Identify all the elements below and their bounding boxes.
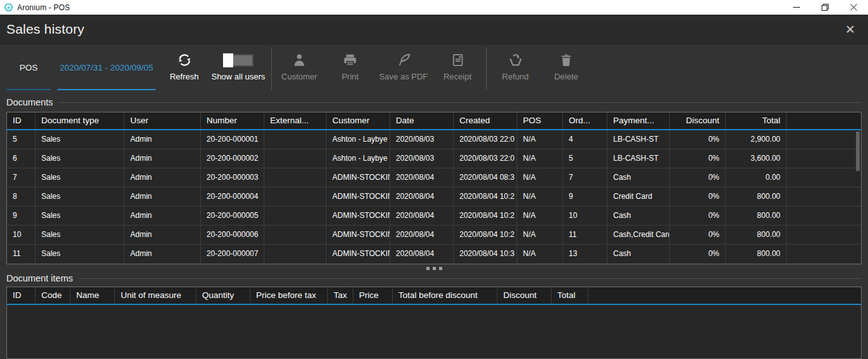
- print-button[interactable]: Print: [325, 50, 376, 89]
- cell: 11: [563, 226, 607, 244]
- cell: 0%: [670, 130, 726, 149]
- refresh-button[interactable]: Refresh: [158, 50, 211, 89]
- toolbar: POS 2020/07/31 - 2020/09/05 Refresh S: [0, 44, 868, 94]
- column-header[interactable]: Discount: [498, 287, 552, 304]
- cell: [787, 207, 861, 225]
- column-header[interactable]: User: [125, 112, 201, 129]
- cell: [264, 168, 327, 187]
- cell: Sales: [36, 226, 125, 244]
- documents-vertical-scrollbar[interactable]: [855, 132, 860, 263]
- section-rule: [79, 278, 862, 279]
- cell: 20-200-000006: [201, 226, 264, 244]
- column-header[interactable]: Created: [454, 112, 517, 129]
- column-header[interactable]: Total: [726, 112, 787, 129]
- cell: Admin: [125, 168, 201, 187]
- save-as-pdf-button[interactable]: Save as PDF: [374, 50, 433, 89]
- customer-button[interactable]: Customer: [274, 50, 325, 89]
- tab-pos[interactable]: POS: [6, 44, 51, 90]
- cell: 2020/08/04 10:2: [454, 187, 517, 206]
- person-icon: [291, 50, 308, 69]
- column-header[interactable]: ID: [7, 112, 36, 129]
- table-row[interactable]: 10SalesAdmin20-200-000006ADMIN-STOCKIN20…: [7, 226, 861, 245]
- close-icon: [850, 4, 857, 11]
- customer-label: Customer: [281, 72, 317, 81]
- column-header[interactable]: ID: [7, 287, 36, 304]
- cell: 2020/08/03 22:0: [454, 130, 517, 149]
- refund-button[interactable]: Refund: [490, 50, 541, 89]
- cell: LB-CASH-ST: [607, 130, 670, 149]
- column-header[interactable]: Code: [36, 287, 71, 304]
- column-header[interactable]: Price before tax: [250, 287, 328, 304]
- column-header[interactable]: Total before discount: [393, 287, 498, 304]
- cell: ADMIN-STOCKIN: [327, 226, 390, 244]
- column-header[interactable]: Payment...: [607, 112, 670, 129]
- table-row[interactable]: 5SalesAdmin20-200-000001Ashton - Laybye2…: [7, 130, 861, 149]
- column-header[interactable]: Price: [353, 287, 393, 304]
- column-header[interactable]: [588, 287, 861, 304]
- close-window-button[interactable]: [839, 0, 868, 15]
- cell: ADMIN-STOCKIN: [327, 207, 390, 225]
- column-header[interactable]: Ord...: [563, 112, 607, 129]
- column-header[interactable]: Unit of measure: [115, 287, 196, 304]
- restore-icon: [822, 4, 829, 11]
- receipt-button[interactable]: Receipt: [432, 50, 483, 89]
- table-row[interactable]: 6SalesAdmin20-200-000002Ashton - Laybye2…: [7, 149, 861, 168]
- cell: 2020/08/04 08:3: [454, 168, 517, 187]
- column-header[interactable]: Customer: [327, 112, 390, 129]
- table-row[interactable]: 8SalesAdmin20-200-000004ADMIN-STOCKIN202…: [7, 187, 861, 207]
- print-label: Print: [342, 72, 359, 81]
- cell: 2,900.00: [726, 130, 787, 149]
- minimize-button[interactable]: [782, 0, 811, 15]
- tab-pos-underline: [6, 89, 51, 90]
- scrollbar-thumb[interactable]: [856, 132, 860, 171]
- dialog-close-button[interactable]: ✕: [841, 20, 859, 38]
- column-header[interactable]: Quantity: [196, 287, 250, 304]
- cell: Credit Card: [607, 187, 670, 206]
- column-header[interactable]: Discount: [670, 112, 726, 129]
- cell: 2020/08/04: [390, 168, 454, 187]
- tab-date-range[interactable]: 2020/07/31 - 2020/09/05: [57, 44, 156, 90]
- cell: 10: [563, 207, 607, 225]
- delete-button[interactable]: Delete: [541, 50, 592, 89]
- cell: 7: [7, 168, 36, 187]
- cell: 9: [563, 187, 607, 206]
- cell: Ashton - Laybye: [327, 149, 390, 168]
- column-header[interactable]: External...: [264, 112, 327, 129]
- table-row[interactable]: 7SalesAdmin20-200-000003ADMIN-STOCKIN202…: [7, 168, 861, 187]
- column-header[interactable]: Number: [201, 112, 264, 129]
- cell: Admin: [125, 245, 201, 264]
- toolbar-divider: [271, 47, 272, 90]
- column-header[interactable]: [787, 112, 861, 129]
- column-header[interactable]: Tax: [328, 287, 353, 304]
- table-row[interactable]: 9SalesAdmin20-200-000005ADMIN-STOCKIN202…: [7, 207, 861, 226]
- cell: 20-200-000002: [201, 149, 264, 168]
- cell: 0%: [670, 168, 726, 187]
- tab-pos-label: POS: [20, 63, 38, 72]
- cell: [787, 187, 861, 206]
- cell: Admin: [125, 130, 201, 149]
- column-header[interactable]: Date: [390, 112, 454, 129]
- cell: 0%: [670, 149, 726, 168]
- cell: 8: [7, 187, 36, 206]
- svg-text:a: a: [8, 5, 11, 10]
- cell: Sales: [36, 187, 125, 206]
- cell: 3,600.00: [726, 149, 787, 168]
- column-header[interactable]: Document type: [36, 112, 125, 129]
- cell: N/A: [517, 226, 563, 244]
- cell: 5: [563, 149, 607, 168]
- show-all-users-toggle[interactable]: Show all users: [207, 50, 269, 89]
- column-header[interactable]: Total: [552, 287, 588, 304]
- cell: Admin: [125, 207, 201, 225]
- receipt-icon: [449, 50, 466, 69]
- refund-label: Refund: [502, 72, 529, 81]
- table-row[interactable]: 11SalesAdmin20-200-000007ADMIN-STOCKIN20…: [7, 245, 861, 264]
- column-header[interactable]: POS: [517, 112, 563, 129]
- restore-button[interactable]: [811, 0, 839, 15]
- document-items-table-header: IDCodeNameUnit of measureQuantityPrice b…: [7, 287, 861, 305]
- refund-icon: [507, 50, 524, 69]
- column-header[interactable]: Name: [71, 287, 115, 304]
- splitter-handle[interactable]: [0, 265, 868, 271]
- cell: Cash: [607, 245, 670, 264]
- cell: ADMIN-STOCKIN: [327, 187, 390, 206]
- aronium-hexagon-a-icon: a: [4, 3, 13, 12]
